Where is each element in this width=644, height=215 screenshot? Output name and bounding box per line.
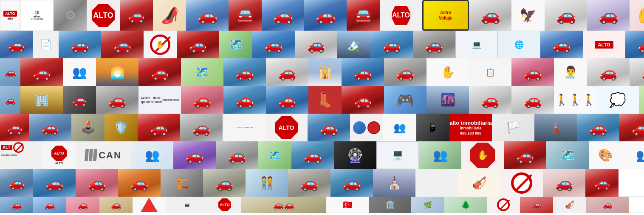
cell-car-r8f[interactable]: 🚗🚗 — [241, 197, 326, 213]
cell-car-white-r2[interactable]: 🚗 — [295, 31, 337, 58]
cell-car-white-r4b[interactable]: 🚗 — [511, 86, 554, 114]
cell-car-blue-r2c[interactable]: 🚗 — [370, 31, 413, 58]
cell-map-r6b[interactable]: 🗺️ — [546, 141, 589, 169]
cell-car-silver-r4[interactable]: 🚗 — [96, 86, 138, 114]
cell-city-r4[interactable]: 🌆 — [427, 86, 469, 114]
cell-cabinets-r7[interactable] — [415, 169, 458, 197]
cell-persons-r5[interactable]: 👥 — [383, 114, 416, 141]
cell-logo-color-r6[interactable]: 🎨 — [589, 141, 622, 169]
cell-car-old-r7[interactable]: 🚗 — [288, 169, 330, 197]
cell-car-red-r4[interactable]: 🚗 — [342, 86, 384, 114]
cell-small-r3[interactable]: 🚗 — [0, 58, 20, 86]
cell-crowd-r6[interactable]: 👥 — [419, 141, 461, 169]
cell-steering-r6[interactable]: 🎡 — [334, 141, 376, 169]
cell-car-red-2[interactable]: 🚘 — [347, 0, 380, 31]
cell-map-r6[interactable]: 🗺️ — [258, 141, 291, 169]
cell-car-red-1[interactable]: 🚗 — [120, 0, 153, 31]
cell-car-red-r2[interactable]: 🚗 — [101, 31, 144, 58]
cell-car-blue-2[interactable]: 🚗 — [262, 0, 304, 31]
cell-car-blue-r5[interactable]: 🚗 — [308, 114, 350, 141]
cell-car-blue-r2e[interactable]: 🚗 — [625, 31, 644, 58]
cell-car-red-r5b[interactable]: 🚗 — [619, 114, 644, 141]
cell-car-r7d[interactable]: 🚗 — [585, 169, 619, 197]
cell-violin-r7[interactable]: 🎻 — [458, 169, 500, 197]
cell-car-red-r2b[interactable]: 🚗 — [177, 31, 219, 58]
cell-car-blue-r3[interactable]: 🚗 — [223, 58, 266, 86]
cell-car-blue-r7b[interactable]: 🚗 — [330, 169, 373, 197]
cell-sketch-r2[interactable]: 📄 — [33, 31, 59, 58]
cell-r8l[interactable]: 🚗 — [520, 197, 553, 213]
cell-webpage-r6[interactable]: 🖥️ — [376, 141, 419, 169]
cell-cloud-r4[interactable]: 💭 — [596, 86, 639, 114]
cell-person-r3[interactable]: 👨‍⚕️ — [554, 58, 587, 86]
cell-boots-r4[interactable]: 👢 — [308, 86, 342, 114]
cell-alto-hexagon[interactable]: ALTO — [380, 0, 422, 31]
cell-car-r5a[interactable]: 🚗 — [0, 114, 29, 141]
cell-car-blue-r6[interactable]: 🚗 — [291, 141, 334, 169]
cell-hand[interactable]: ✋ — [630, 0, 644, 31]
cell-map-r2[interactable]: 🗺️ — [219, 31, 252, 58]
cell-device-r5[interactable]: 📱 — [416, 114, 449, 141]
cell-r8n[interactable]: 🚗 — [586, 197, 629, 213]
cell-interior-r4[interactable]: 🚗 — [63, 86, 96, 114]
cell-car-silver-r2[interactable]: 🚗 — [413, 31, 455, 58]
cell-car-silver-r7[interactable]: 🚗 — [203, 169, 246, 197]
cell-alto-r6[interactable]: ALT altodelvoltaje — [0, 141, 42, 169]
cell-r8e[interactable]: 📷 — [166, 197, 208, 213]
cell-flag-r5[interactable]: 🏳️ — [492, 114, 534, 141]
cell-car-blue-r3b[interactable]: 🚗 — [342, 58, 384, 86]
cell-dome-r3[interactable]: 🕌 — [308, 58, 342, 86]
cell-alto-sign-r2[interactable]: ALTO — [583, 31, 625, 58]
cell-tower-r5[interactable]: 🗼 — [534, 114, 577, 141]
cell-church-r7[interactable]: ⛪ — [373, 169, 415, 197]
cell-car-blue-1[interactable]: 🚗 — [186, 0, 229, 31]
cell-car-silver-r5[interactable]: 🚗 — [180, 114, 223, 141]
cell-car-blue-r4[interactable]: 🚗 — [223, 86, 266, 114]
cell-car-blue-r7[interactable]: 🚗 — [33, 169, 76, 197]
cell-car-blue-r2b[interactable]: 🚗 — [252, 31, 295, 58]
cell-alto-logo[interactable]: ALTO alto — [0, 0, 20, 31]
cell-car-r8c[interactable]: 🚗 — [66, 197, 99, 213]
cell-car-pink-r4[interactable]: 🚗 — [181, 86, 223, 114]
cell-small-r4[interactable]: 🚗 — [0, 86, 20, 114]
cell-car-red-r3b[interactable]: 🚗 — [138, 58, 181, 86]
cell-r8h[interactable]: 🏛️ — [369, 197, 411, 213]
cell-persons-r3[interactable]: 👥 — [63, 58, 96, 86]
cell-sketch-r5[interactable]: ··· ······ ··········· — [223, 114, 265, 141]
cell-car-red-front[interactable]: 🚘 — [229, 0, 262, 31]
cell-map-r4[interactable]: 🗺️ — [639, 86, 644, 114]
cell-persons-r7[interactable]: 🧑‍🤝‍🧑 — [246, 169, 288, 197]
cell-car-blue-r4b[interactable]: 🚗 — [266, 86, 308, 114]
cell-car-r8b[interactable]: 🚗 — [33, 197, 66, 213]
cell-car-r5b[interactable]: 🚗 — [29, 114, 71, 141]
cell-alto-sign-1[interactable]: ALTO — [87, 0, 120, 31]
cell-car-white-r3c[interactable]: 🚗 — [630, 58, 644, 86]
cell-car-silver-r3[interactable]: 🚗 — [384, 58, 427, 86]
cell-persons-r6[interactable]: 👥 — [622, 141, 644, 169]
cell-car-orange-r7[interactable]: 🚗 — [118, 169, 161, 197]
cell-car-blue-r2[interactable]: 🚗 — [59, 31, 101, 58]
cell-car-red-r3[interactable]: 🚗 — [20, 58, 63, 86]
cell-text-r4[interactable]: Lorem ipsumdolor sit ametconsectetur — [138, 86, 181, 114]
cell-gameboy-r5[interactable]: 🕹️ — [71, 114, 105, 141]
cell-r8j[interactable]: 🌲 — [444, 197, 487, 213]
cell-cylinder[interactable]: ⚙ — [54, 0, 87, 31]
cell-car-white-r3[interactable]: 🚗 — [266, 58, 308, 86]
cell-car-blue-r5b[interactable]: 🚗 — [577, 114, 619, 141]
cell-alto-circle-r6[interactable]: ALTO ALTO — [42, 141, 76, 169]
cell-shoe[interactable]: 👠 — [153, 0, 186, 31]
cell-bird[interactable]: 🦅 — [511, 0, 545, 31]
cell-no-sign-r2[interactable]: ✋ — [144, 31, 177, 58]
cell-10anos[interactable]: 10 años YUCATÁN — [20, 0, 54, 31]
cell-r8k[interactable] — [487, 197, 520, 213]
cell-can-logo[interactable]: CAN — [76, 141, 131, 169]
cell-emblem-r5[interactable]: 🛡️ — [105, 114, 138, 141]
cell-alto-imm-r5[interactable]: alto inmobiliaria inmobiliaria 965 263 0… — [449, 114, 492, 141]
cell-car-white-r3b[interactable]: 🚗 — [587, 58, 630, 86]
cell-car-purple-r6[interactable]: 🚗 — [173, 141, 216, 169]
cell-website-r2[interactable]: 🌐 — [498, 31, 540, 58]
cell-car-blue-r2d[interactable]: 🚗 — [540, 31, 583, 58]
cell-astro-voltaje[interactable]: AstroVoltaje — [422, 0, 469, 31]
cell-car-blue-3[interactable]: 🚗 — [304, 0, 347, 31]
cell-car-r7a[interactable]: 🚗 — [0, 169, 33, 197]
